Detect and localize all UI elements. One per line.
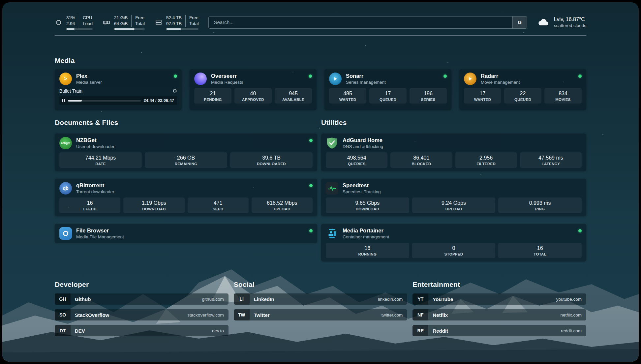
memory-monitor: 21 GiB Free 64 GiB Total bbox=[103, 15, 145, 30]
stat-total: 16 TOTAL bbox=[498, 243, 582, 258]
bookmark-abbr: DT bbox=[55, 325, 71, 336]
now-playing-title: Bullet Train bbox=[59, 88, 82, 94]
bookmark-netflix[interactable]: NF Netflix netflix.com bbox=[412, 309, 586, 320]
memory-free-value: 21 GiB bbox=[114, 15, 131, 21]
memory-free-label: Free bbox=[131, 15, 145, 21]
disk-free-label: Free bbox=[185, 15, 199, 21]
bookmark-dev[interactable]: DT DEV dev.to bbox=[55, 325, 229, 336]
disk-free-value: 52.4 TB bbox=[166, 15, 185, 21]
bookmark-youtube[interactable]: YT YouTube youtube.com bbox=[412, 293, 586, 305]
stat-upload: 9.24 Gbps UPLOAD bbox=[412, 197, 496, 213]
service-description: DNS and adblocking bbox=[343, 144, 383, 149]
bookmark-abbr: TW bbox=[234, 309, 250, 320]
stat-pending: 21 PENDING bbox=[194, 88, 231, 104]
service-description: Series management bbox=[346, 79, 386, 85]
stat-ping: 0.993 ms PING bbox=[498, 197, 582, 213]
radarr-icon bbox=[464, 73, 476, 85]
service-card-overseerr[interactable]: Overseerr Media Requests 21 PENDING 40 A… bbox=[190, 69, 317, 110]
stat-seed: 471 SEED bbox=[188, 197, 249, 213]
service-card-qbittorrent[interactable]: qb qBittorrent Torrent downloader 16 LEE… bbox=[55, 179, 317, 216]
bookmark-name: DEV bbox=[71, 328, 85, 334]
cpu-load-label: Load bbox=[79, 21, 93, 27]
filebrowser-icon bbox=[59, 227, 72, 240]
service-description: Media server bbox=[76, 79, 102, 85]
stat-movies: 834 MOVIES bbox=[544, 88, 582, 104]
section-title-media: Media bbox=[55, 57, 586, 65]
status-dot bbox=[309, 75, 312, 78]
service-description: Container management bbox=[343, 234, 389, 240]
section-title-documents: Documents & Files bbox=[55, 119, 317, 127]
memory-progress-bar bbox=[114, 28, 145, 30]
status-dot bbox=[578, 229, 582, 232]
stat-blocked: 86,401 BLOCKED bbox=[390, 152, 452, 168]
service-card-speedtest[interactable]: Speedtest Speedtest Tracking 9.65 Gbps D… bbox=[321, 179, 586, 216]
gear-icon[interactable]: ⚙ bbox=[173, 88, 177, 94]
bookmark-name: Twitter bbox=[250, 312, 270, 318]
bookmark-twitter[interactable]: TW Twitter twitter.com bbox=[234, 309, 408, 320]
service-card-nzbget[interactable]: nzbget NZBGet Usenet downloader 744.21 M… bbox=[55, 134, 317, 171]
bookmark-reddit[interactable]: RE Reddit reddit.com bbox=[412, 325, 586, 336]
service-card-portainer[interactable]: Media Portainer Container management 16 … bbox=[321, 224, 586, 261]
bookmark-abbr: GH bbox=[55, 293, 71, 305]
top-bar: 31% CPU 2.94 Load bbox=[55, 2, 586, 30]
cpu-load-value: 2.94 bbox=[66, 21, 79, 27]
bookmark-github[interactable]: GH Github github.com bbox=[55, 293, 229, 305]
section-title-developer: Developer bbox=[55, 281, 229, 288]
documents-column: Documents & Files nzbget NZBGet Usenet d… bbox=[55, 119, 317, 261]
adguard-icon bbox=[326, 137, 338, 149]
cpu-monitor: 31% CPU 2.94 Load bbox=[55, 15, 93, 30]
nzbget-icon: nzbget bbox=[59, 137, 72, 149]
service-name: File Browser bbox=[76, 227, 124, 234]
weather-condition: scattered clouds bbox=[554, 23, 586, 29]
service-name: Speedtest bbox=[343, 182, 381, 189]
disk-progress-bar bbox=[166, 28, 199, 30]
bookmark-name: Github bbox=[71, 296, 91, 302]
bookmark-url: twitter.com bbox=[382, 313, 408, 318]
overseerr-icon bbox=[194, 73, 207, 85]
stars-decoration bbox=[2, 2, 3, 3]
playback-time: 24:44 / 02:06:47 bbox=[144, 98, 174, 103]
bookmark-name: YouTube bbox=[428, 296, 453, 302]
bookmark-url: github.com bbox=[202, 297, 229, 302]
service-name: Sonarr bbox=[346, 73, 386, 79]
bookmark-url: dev.to bbox=[212, 328, 229, 333]
speedtest-icon bbox=[326, 182, 338, 195]
bookmark-linkedin[interactable]: LI LinkedIn linkedin.com bbox=[234, 293, 408, 305]
service-name: qBittorrent bbox=[76, 182, 114, 189]
stat-latency: 47.569 ms LATENCY bbox=[520, 152, 582, 168]
service-card-adguard[interactable]: AdGuard Home DNS and adblocking 498,564 … bbox=[321, 134, 586, 171]
service-description: Usenet downloader bbox=[76, 144, 114, 149]
stat-stopped: 0 STOPPED bbox=[412, 243, 496, 258]
service-card-sonarr[interactable]: Sonarr Series management 485 WANTED 17 Q… bbox=[324, 69, 451, 110]
service-name: AdGuard Home bbox=[343, 137, 383, 144]
service-card-plex[interactable]: > Plex Media server Bullet Train ⚙ bbox=[55, 69, 182, 110]
bookmark-abbr: LI bbox=[234, 293, 250, 305]
bookmark-name: Netflix bbox=[428, 312, 448, 318]
qbittorrent-icon: qb bbox=[59, 182, 72, 195]
bookmark-stackoverflow[interactable]: SO StackOverflow stackoverflow.com bbox=[55, 309, 229, 320]
service-description: Media Requests bbox=[211, 79, 243, 85]
stat-downloaded: 39.6 TB DOWNLOADED bbox=[230, 152, 313, 168]
bookmark-abbr: RE bbox=[412, 325, 428, 336]
search-input[interactable] bbox=[209, 16, 512, 28]
cloud-icon bbox=[537, 17, 550, 28]
section-title-entertainment: Entertainment bbox=[412, 281, 586, 288]
cpu-progress-bar bbox=[66, 28, 93, 30]
service-card-radarr[interactable]: Radarr Movie management 17 WANTED 22 QUE… bbox=[459, 69, 586, 110]
playback-progress-bar[interactable] bbox=[68, 100, 141, 102]
pause-button[interactable] bbox=[62, 99, 65, 102]
memory-total-value: 64 GiB bbox=[114, 21, 131, 27]
service-name: Media Portainer bbox=[343, 227, 389, 234]
service-card-filebrowser[interactable]: File Browser Media File Management bbox=[55, 224, 317, 243]
search-provider-button[interactable]: G bbox=[512, 16, 527, 28]
weather-location-temp: Lviv, 16.87°C bbox=[554, 16, 586, 23]
bookmark-name: Reddit bbox=[428, 328, 448, 334]
bookmark-name: LinkedIn bbox=[250, 296, 274, 302]
service-description: Media File Management bbox=[76, 234, 124, 240]
disk-total-label: Total bbox=[185, 21, 199, 27]
bookmarks-entertainment: Entertainment YT YouTube youtube.com NF … bbox=[412, 281, 586, 336]
cpu-usage-label: CPU bbox=[79, 15, 93, 21]
service-description: Torrent downloader bbox=[76, 189, 114, 195]
stat-running: 16 RUNNING bbox=[326, 243, 409, 258]
status-dot bbox=[578, 75, 582, 78]
